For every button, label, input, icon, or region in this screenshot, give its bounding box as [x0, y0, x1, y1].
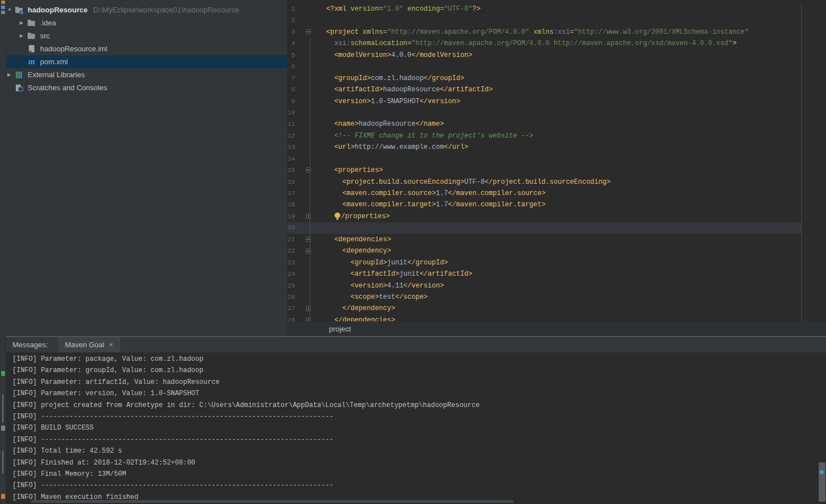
fold-marker[interactable]: [303, 26, 313, 38]
code-line[interactable]: 28 </dependencies>: [287, 315, 826, 321]
stripe-icon-fragment-top-1[interactable]: [1, 1, 5, 4]
console-output[interactable]: [INFO] Parameter: package, Value: com.zl…: [0, 352, 826, 504]
token: <dependency>: [342, 247, 391, 255]
code-line[interactable]: 21 <dependencies>: [287, 234, 826, 245]
fold-column: [303, 199, 313, 210]
code-line[interactable]: 6: [287, 61, 826, 72]
code-text: <dependency>: [313, 245, 391, 257]
tool-window-label-fragment-2[interactable]: [2, 451, 3, 474]
token: <project.build.sourceEncoding>: [342, 178, 464, 186]
vertical-scrollbar-thumb[interactable]: [819, 462, 825, 502]
fold-marker[interactable]: [303, 234, 313, 245]
token: schemaLocation: [350, 39, 407, 47]
code-line[interactable]: 9 <version>1.0-SNAPSHOT</version>: [287, 96, 826, 107]
horizontal-scrollbar[interactable]: [31, 500, 513, 503]
fold-marker[interactable]: [303, 315, 313, 321]
token: <maven.compiler.target>: [342, 201, 436, 209]
tree-item-hadoopresource-iml[interactable]: hadoopResource.iml: [6, 42, 287, 55]
tree-item-scratches-and-consoles[interactable]: Scratches and Consoles: [6, 81, 287, 94]
code-text: <groupId>com.zl.hadoop</groupId>: [313, 73, 464, 84]
fold-start-icon[interactable]: [306, 29, 311, 34]
token: </artifactId>: [440, 86, 493, 94]
token: encoding: [403, 5, 440, 13]
fold-marker[interactable]: [303, 165, 313, 176]
fold-start-icon[interactable]: [306, 237, 311, 242]
code-line[interactable]: 5 <modelVersion>4.0.0</modelVersion>: [287, 50, 826, 61]
fold-marker[interactable]: [303, 211, 313, 222]
breadcrumb-item-project[interactable]: project: [329, 325, 351, 333]
token: xmlns: [359, 28, 383, 36]
tree-item-external-libraries[interactable]: ▶External Libraries: [6, 68, 287, 81]
tree-item--idea[interactable]: ▶.idea: [6, 16, 287, 29]
left-tool-window-bar[interactable]: [0, 0, 6, 504]
fold-end-icon[interactable]: [306, 317, 311, 321]
code-line[interactable]: 13 <url>http://www.example.com</url>: [287, 142, 826, 153]
code-line[interactable]: 1<?xml version="1.0" encoding="UTF-8"?>: [287, 3, 826, 15]
tree-item-label: hadoopResource.iml: [40, 45, 107, 53]
token: <groupId>: [350, 259, 387, 267]
chevron-down-icon[interactable]: ▼: [7, 3, 15, 16]
token: <artifactId>: [334, 86, 383, 94]
fold-start-icon[interactable]: [306, 249, 311, 254]
chevron-right-icon[interactable]: ▶: [20, 29, 27, 42]
code-line[interactable]: 26 <scope>test</scope>: [287, 291, 826, 303]
stripe-icon-fragment-top-3[interactable]: [1, 11, 5, 14]
token: </maven.compiler.target>: [448, 201, 546, 209]
code-line[interactable]: 3<project xmlns="http://maven.apache.org…: [287, 26, 826, 38]
line-number: 28: [287, 315, 295, 321]
run-icon-fragment[interactable]: [1, 371, 5, 376]
code-line[interactable]: 23 <groupId>junit</groupId>: [287, 257, 826, 268]
code-line[interactable]: 27 </dependency>: [287, 303, 826, 314]
stripe-icon-fragment-top-2[interactable]: [1, 6, 5, 9]
code-line[interactable]: 2: [287, 15, 826, 26]
code-line[interactable]: 16 <project.build.sourceEncoding>UTF-8</…: [287, 176, 826, 188]
tree-root-hadoopresource[interactable]: ▼ hadoopResource D:\MyEclipse\workspace0…: [6, 3, 287, 16]
code-line[interactable]: 24 <artifactId>junit</artifactId>: [287, 268, 826, 280]
tree-item-src[interactable]: ▶src: [6, 29, 287, 42]
tree-item-label: Scratches and Consoles: [28, 83, 107, 92]
chevron-right-icon[interactable]: ▶: [7, 68, 15, 81]
fold-column: [303, 142, 313, 153]
fold-start-icon[interactable]: [306, 167, 311, 173]
code-line[interactable]: 19 /properties>: [287, 211, 826, 222]
tool-icon-fragment[interactable]: [1, 426, 5, 431]
token: </groupId>: [424, 74, 464, 82]
code-text: <!-- FIXME change it to the project's we…: [313, 130, 533, 142]
fold-marker[interactable]: [303, 245, 313, 257]
code-line[interactable]: 25 <version>4.11</version>: [287, 280, 826, 291]
token: [326, 259, 350, 267]
token: UTF-8: [464, 178, 485, 186]
fold-end-icon[interactable]: [306, 306, 311, 311]
token: <?xml: [326, 5, 346, 13]
fold-end-icon[interactable]: [306, 214, 311, 219]
chevron-right-icon[interactable]: ▶: [20, 16, 27, 29]
fold-marker[interactable]: [303, 303, 313, 314]
code-line[interactable]: 12 <!-- FIXME change it to the project's…: [287, 130, 826, 142]
line-number: 21: [287, 234, 295, 245]
token: </groupId>: [407, 259, 448, 267]
code-line[interactable]: 7 <groupId>com.zl.hadoop</groupId>: [287, 73, 826, 84]
lightbulb-icon[interactable]: [334, 213, 341, 220]
favorites-icon-fragment[interactable]: [1, 494, 5, 499]
tree-item-pom-xml[interactable]: mpom.xml: [6, 55, 287, 68]
code-line[interactable]: 22 <dependency>: [287, 245, 826, 257]
scrollbar-notification-dot: [820, 470, 824, 474]
tool-window-label-fragment-1[interactable]: [2, 395, 3, 423]
code-line[interactable]: 8 <artifactId>hadoopResource</artifactId…: [287, 84, 826, 95]
code-line[interactable]: 10: [287, 107, 826, 118]
console-line: [INFO] Parameter: groupId, Value: com.zl…: [0, 365, 826, 376]
tab-maven-goal[interactable]: Maven Goal ×: [58, 337, 120, 352]
code-line[interactable]: 17 <maven.compiler.source>1.7</maven.com…: [287, 188, 826, 199]
code-line[interactable]: 15 <properties>: [287, 165, 826, 176]
token: <!-- FIXME change it to the project's we…: [334, 132, 533, 140]
close-icon[interactable]: ×: [109, 341, 113, 348]
code-line[interactable]: 18 <maven.compiler.target>1.7</maven.com…: [287, 199, 826, 210]
project-folder-icon: [15, 6, 24, 15]
token: [326, 143, 334, 151]
code-area[interactable]: 1<?xml version="1.0" encoding="UTF-8"?>2…: [287, 3, 826, 321]
console-line: [INFO] ---------------------------------…: [0, 411, 826, 422]
code-line[interactable]: 14: [287, 153, 826, 165]
code-line[interactable]: 4 xsi:schemaLocation="http://maven.apach…: [287, 38, 826, 49]
code-line[interactable]: 11 <name>hadoopResource</name>: [287, 118, 826, 130]
code-line[interactable]: 20: [287, 222, 826, 233]
